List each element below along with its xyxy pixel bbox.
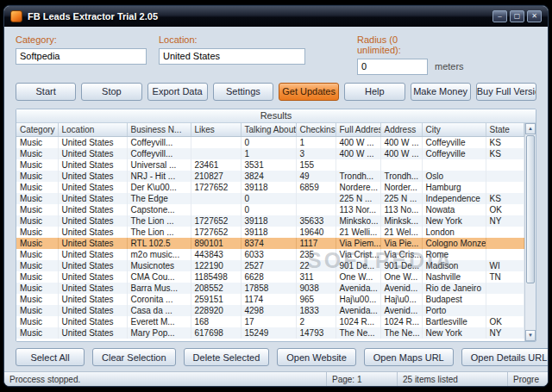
- table-cell[interactable]: United States: [58, 260, 127, 271]
- table-cell[interactable]: Avenid...: [380, 305, 422, 316]
- column-header[interactable]: State: [486, 123, 524, 137]
- table-cell[interactable]: 9038: [296, 283, 336, 294]
- table-cell[interactable]: Music: [16, 159, 58, 171]
- table-cell[interactable]: KS: [486, 148, 524, 159]
- table-cell[interactable]: 17858: [241, 283, 296, 294]
- table-cell[interactable]: 21 Wel...: [380, 227, 422, 238]
- table-cell[interactable]: 225 N ...: [336, 193, 380, 204]
- table-cell[interactable]: 35633: [296, 215, 336, 227]
- table-cell[interactable]: NRJ - Hit ...: [127, 171, 191, 182]
- table-cell[interactable]: Oslo: [422, 171, 486, 182]
- table-cell[interactable]: 0: [241, 193, 296, 204]
- table-cell[interactable]: Nowata: [422, 204, 486, 215]
- table-cell[interactable]: Avenida...: [336, 283, 380, 294]
- table-cell[interactable]: 6033: [241, 249, 296, 260]
- table-cell[interactable]: CMA Cou...: [127, 271, 191, 283]
- table-cell[interactable]: 1: [241, 148, 296, 159]
- table-cell[interactable]: Haj\u0...: [380, 294, 422, 305]
- table-cell[interactable]: United States: [58, 204, 127, 215]
- radius-input[interactable]: [357, 59, 428, 75]
- open-details-url-button[interactable]: Open Details URL: [461, 348, 549, 366]
- table-cell[interactable]: The Lion ...: [127, 227, 191, 238]
- scroll-up-icon[interactable]: ▲: [525, 123, 536, 134]
- column-header[interactable]: Category: [16, 123, 58, 137]
- table-cell[interactable]: United States: [58, 137, 127, 149]
- column-header[interactable]: Location: [58, 123, 127, 137]
- table-cell[interactable]: Haj\u00...: [336, 294, 380, 305]
- table-cell[interactable]: Music: [16, 137, 58, 149]
- table-cell[interactable]: 1727652: [191, 182, 241, 193]
- table-row[interactable]: MusicUnited StatesCoffeyvill...01400 W .…: [16, 137, 524, 149]
- table-cell[interactable]: WI: [486, 260, 524, 271]
- table-row[interactable]: MusicUnited StatesEverett M...1681721024…: [16, 316, 524, 327]
- table-cell[interactable]: London: [422, 227, 486, 238]
- table-cell[interactable]: 617698: [191, 327, 241, 339]
- start-button[interactable]: Start: [16, 83, 76, 101]
- table-cell[interactable]: Music: [16, 260, 58, 271]
- table-cell[interactable]: United States: [58, 305, 127, 316]
- make-money-button[interactable]: Make Money: [411, 83, 471, 101]
- table-cell[interactable]: United States: [58, 327, 127, 339]
- table-cell[interactable]: One W...: [336, 271, 380, 283]
- table-cell[interactable]: Music: [16, 294, 58, 305]
- table-cell[interactable]: Music: [16, 182, 58, 193]
- settings-button[interactable]: Settings: [213, 83, 273, 101]
- table-cell[interactable]: [486, 238, 524, 249]
- table-cell[interactable]: [486, 249, 524, 260]
- table-row[interactable]: MusicUnited StatesThe Edge0225 N ...225 …: [16, 193, 524, 204]
- table-cell[interactable]: [422, 159, 486, 171]
- table-cell[interactable]: TN: [486, 271, 524, 283]
- table-row[interactable]: MusicUnited StatesMary Pop...61769815249…: [16, 327, 524, 339]
- table-cell[interactable]: Music: [16, 204, 58, 215]
- table-cell[interactable]: 901 De...: [336, 260, 380, 271]
- table-cell[interactable]: [486, 159, 524, 171]
- table-cell[interactable]: Nashville: [422, 271, 486, 283]
- table-cell[interactable]: 0: [241, 137, 296, 149]
- table-cell[interactable]: United States: [58, 159, 127, 171]
- table-cell[interactable]: 890101: [191, 238, 241, 249]
- table-cell[interactable]: 39118: [241, 182, 296, 193]
- table-cell[interactable]: [486, 171, 524, 182]
- table-cell[interactable]: Music: [16, 327, 58, 339]
- table-cell[interactable]: 1174: [241, 294, 296, 305]
- table-cell[interactable]: [296, 204, 336, 215]
- column-header[interactable]: Talking About: [241, 123, 296, 137]
- table-cell[interactable]: Music: [16, 215, 58, 227]
- table-cell[interactable]: Norder...: [380, 182, 422, 193]
- table-cell[interactable]: Music: [16, 193, 58, 204]
- table-cell[interactable]: Nordere...: [336, 182, 380, 193]
- table-cell[interactable]: United States: [58, 171, 127, 182]
- maximize-button[interactable]: ▢: [510, 10, 524, 22]
- table-cell[interactable]: Everett M...: [127, 316, 191, 327]
- table-cell[interactable]: 235: [296, 249, 336, 260]
- table-cell[interactable]: Music: [16, 171, 58, 182]
- table-row[interactable]: MusicUnited StatesThe Lion ...1727652391…: [16, 227, 524, 238]
- table-cell[interactable]: 1727652: [191, 227, 241, 238]
- table-cell[interactable]: 965: [296, 294, 336, 305]
- stop-button[interactable]: Stop: [81, 83, 141, 101]
- table-cell[interactable]: 400 W ...: [336, 137, 380, 149]
- table-cell[interactable]: 3: [296, 148, 336, 159]
- table-cell[interactable]: Via Pie...: [380, 238, 422, 249]
- close-button[interactable]: ✕: [527, 10, 542, 22]
- table-cell[interactable]: Coffeyville: [422, 148, 486, 159]
- table-cell[interactable]: Trondh...: [380, 171, 422, 182]
- table-cell[interactable]: 8374: [241, 238, 296, 249]
- table-row[interactable]: MusicUnited StatesCoronita ...2591511174…: [16, 294, 524, 305]
- table-cell[interactable]: Coronita ...: [127, 294, 191, 305]
- table-cell[interactable]: 2527: [241, 260, 296, 271]
- table-cell[interactable]: 259151: [191, 294, 241, 305]
- table-row[interactable]: MusicUnited StatesDer K\u00...1727652391…: [16, 182, 524, 193]
- table-cell[interactable]: 122190: [191, 260, 241, 271]
- table-cell[interactable]: Casa da ...: [127, 305, 191, 316]
- table-cell[interactable]: [486, 182, 524, 193]
- table-cell[interactable]: Universal ...: [127, 159, 191, 171]
- table-cell[interactable]: Coffeyvill...: [127, 137, 191, 149]
- table-cell[interactable]: 39118: [241, 215, 296, 227]
- table-cell[interactable]: Avenid...: [380, 283, 422, 294]
- table-cell[interactable]: 2: [296, 316, 336, 327]
- table-cell[interactable]: United States: [58, 182, 127, 193]
- table-cell[interactable]: RTL 102.5: [127, 238, 191, 249]
- table-cell[interactable]: Budapest: [422, 294, 486, 305]
- buy-full-version-button[interactable]: Buy Full Version: [476, 83, 536, 101]
